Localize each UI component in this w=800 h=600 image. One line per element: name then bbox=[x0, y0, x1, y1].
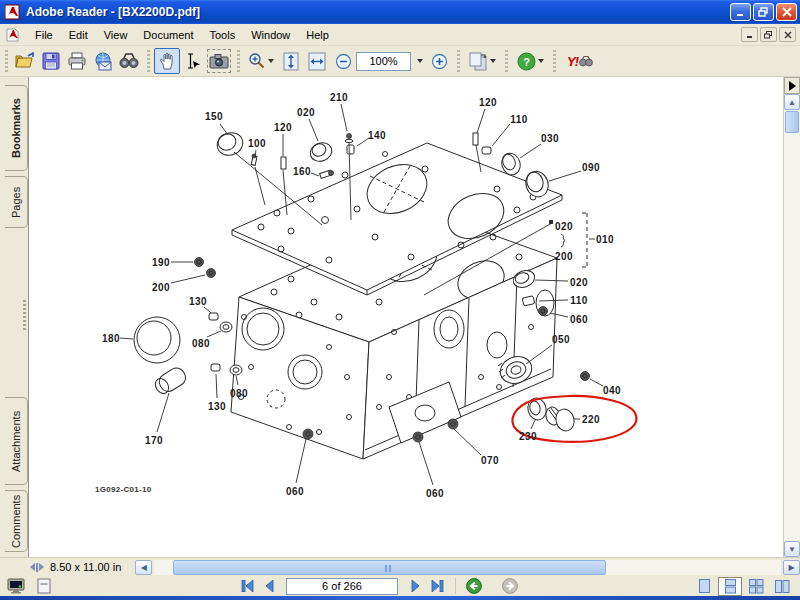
part-label-020: 020 bbox=[555, 221, 573, 232]
menu-view[interactable]: View bbox=[96, 26, 136, 44]
continuous-facing-icon bbox=[749, 579, 764, 594]
minimize-icon bbox=[736, 8, 746, 17]
part-label-130: 130 bbox=[189, 296, 207, 307]
leader-line-100 bbox=[255, 167, 265, 205]
menu-window[interactable]: Window bbox=[243, 26, 298, 44]
part-label-100: 100 bbox=[248, 138, 266, 149]
toolbar-grip[interactable] bbox=[504, 50, 509, 72]
previous-page-button[interactable] bbox=[258, 578, 280, 595]
first-page-button[interactable] bbox=[236, 578, 258, 595]
zoom-level-caret[interactable] bbox=[411, 52, 426, 71]
fit-width-button[interactable] bbox=[304, 48, 330, 74]
adobe-reader-app-icon bbox=[5, 4, 21, 20]
document-page[interactable]: 1501001200202101401601201100300900200102… bbox=[29, 77, 783, 557]
horizontal-scroll-thumb[interactable] bbox=[173, 560, 605, 575]
leader-line-040 bbox=[590, 379, 603, 386]
zoom-out-button[interactable] bbox=[330, 48, 356, 74]
pane-splitter-grip[interactable] bbox=[21, 300, 27, 330]
toolbar-grip[interactable] bbox=[552, 50, 557, 72]
scroll-down-button[interactable]: ▼ bbox=[784, 541, 800, 557]
zoom-in-button[interactable] bbox=[426, 48, 452, 74]
open-button[interactable] bbox=[12, 48, 38, 74]
facing-icon bbox=[775, 580, 790, 593]
menu-tools[interactable]: Tools bbox=[202, 26, 244, 44]
print-button[interactable] bbox=[64, 48, 90, 74]
select-text-button[interactable] bbox=[180, 48, 206, 74]
toolbar-grip[interactable] bbox=[4, 50, 9, 72]
page-icon bbox=[37, 578, 51, 594]
continuous-icon bbox=[725, 579, 736, 594]
scroll-left-button[interactable]: ◀ bbox=[135, 560, 152, 575]
vertical-scroll-thumb[interactable] bbox=[785, 111, 799, 133]
part-plug-020 bbox=[308, 140, 335, 164]
page-indicator-field[interactable]: 6 of 266 bbox=[286, 578, 398, 595]
menu-bar: FileEditViewDocumentToolsWindowHelp bbox=[0, 24, 800, 46]
navigation-tabs: BookmarksPagesAttachmentsComments bbox=[0, 77, 29, 557]
zoom-level-value: 100% bbox=[369, 55, 397, 67]
tab-pages[interactable]: Pages bbox=[5, 176, 28, 228]
scroll-up-button[interactable]: ▲ bbox=[784, 94, 800, 110]
menu-edit[interactable]: Edit bbox=[61, 26, 96, 44]
pane-splitter-icon[interactable] bbox=[30, 563, 44, 572]
doc-minimize-button[interactable] bbox=[741, 27, 758, 42]
minimize-button[interactable] bbox=[730, 3, 751, 21]
next-page-button[interactable] bbox=[404, 578, 426, 595]
part-plug-110a bbox=[482, 147, 491, 154]
doc-close-button[interactable] bbox=[779, 27, 796, 42]
tab-bookmarks[interactable]: Bookmarks bbox=[5, 85, 28, 171]
menu-file[interactable]: File bbox=[27, 26, 61, 44]
tab-comments[interactable]: Comments bbox=[5, 490, 28, 552]
zoom-out-icon bbox=[335, 53, 352, 70]
continuous-facing-button[interactable] bbox=[744, 577, 768, 596]
zoom-tool-button[interactable] bbox=[244, 48, 278, 74]
yahoo-icon: Y! bbox=[567, 54, 578, 69]
help-button[interactable]: ? bbox=[512, 48, 548, 74]
previous-view-button[interactable] bbox=[463, 578, 485, 595]
toolbar-grip[interactable] bbox=[236, 50, 241, 72]
part-label-210: 210 bbox=[330, 92, 348, 103]
part-label-070: 070 bbox=[481, 455, 499, 466]
horizontal-scroll-track[interactable] bbox=[154, 560, 781, 575]
next-view-button[interactable] bbox=[499, 578, 521, 595]
email-button[interactable] bbox=[90, 48, 116, 74]
toolbar-grip[interactable] bbox=[146, 50, 151, 72]
menu-help[interactable]: Help bbox=[298, 26, 337, 44]
page-view-button[interactable] bbox=[34, 578, 54, 595]
page-display-button[interactable] bbox=[464, 48, 500, 74]
restore-button[interactable] bbox=[753, 3, 774, 21]
part-bushing-170 bbox=[153, 365, 189, 396]
leader-line-120 bbox=[477, 109, 485, 133]
snapshot-button[interactable] bbox=[206, 48, 232, 74]
tab-attachments[interactable]: Attachments bbox=[5, 397, 28, 485]
pane-toggle-button[interactable] bbox=[784, 77, 800, 94]
part-label-030: 030 bbox=[541, 133, 559, 144]
part-label-200: 200 bbox=[555, 251, 573, 262]
scroll-right-button[interactable]: ▶ bbox=[783, 560, 800, 575]
save-button[interactable] bbox=[38, 48, 64, 74]
toolbar-grip[interactable] bbox=[456, 50, 461, 72]
yahoo-search-button[interactable]: Y! bbox=[560, 48, 600, 74]
vertical-scroll-track[interactable] bbox=[784, 134, 800, 541]
doc-restore-button[interactable] bbox=[760, 27, 777, 42]
leader-line-020 bbox=[309, 119, 318, 141]
menu-document[interactable]: Document bbox=[135, 26, 201, 44]
leader-line-060 bbox=[296, 439, 306, 483]
zoom-tool-caret bbox=[268, 59, 274, 63]
close-button[interactable] bbox=[776, 3, 797, 21]
zoom-level-combo[interactable]: 100% bbox=[356, 52, 411, 71]
part-label-060: 060 bbox=[426, 488, 444, 499]
fit-page-button[interactable] bbox=[278, 48, 304, 74]
part-label-140: 140 bbox=[368, 130, 386, 141]
part-label-080: 080 bbox=[230, 388, 248, 399]
previous-view-icon bbox=[466, 578, 482, 594]
leader-line-030 bbox=[520, 144, 541, 158]
search-button[interactable] bbox=[116, 48, 142, 74]
last-page-button[interactable] bbox=[426, 578, 448, 595]
facing-button[interactable] bbox=[770, 577, 794, 596]
hand-tool-button[interactable] bbox=[154, 48, 180, 74]
part-label-120: 120 bbox=[479, 97, 497, 108]
full-screen-button[interactable] bbox=[6, 578, 26, 595]
continuous-button[interactable] bbox=[718, 577, 742, 596]
page-size-label: 8.50 x 11.00 in bbox=[50, 561, 121, 573]
single-page-button[interactable] bbox=[692, 577, 716, 596]
